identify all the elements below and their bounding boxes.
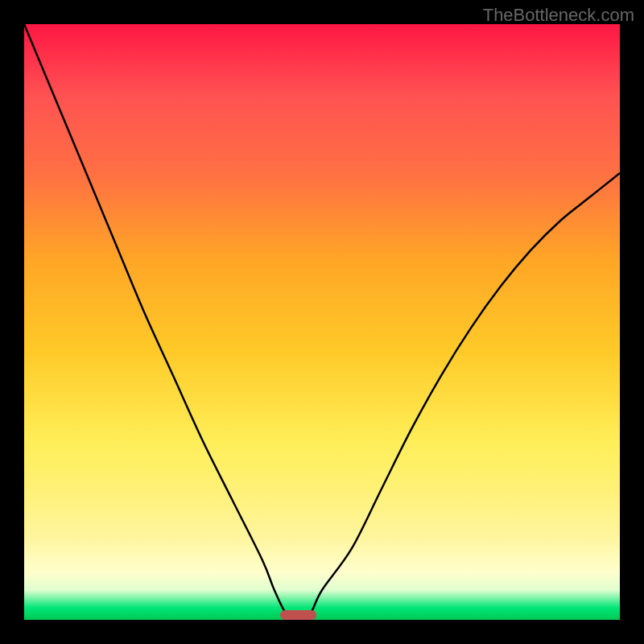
curve-svg	[24, 24, 620, 620]
optimal-range-marker	[280, 610, 316, 620]
bottleneck-chart	[24, 24, 620, 620]
bottleneck-curve	[24, 24, 620, 620]
watermark-text: TheBottleneck.com	[483, 5, 634, 26]
